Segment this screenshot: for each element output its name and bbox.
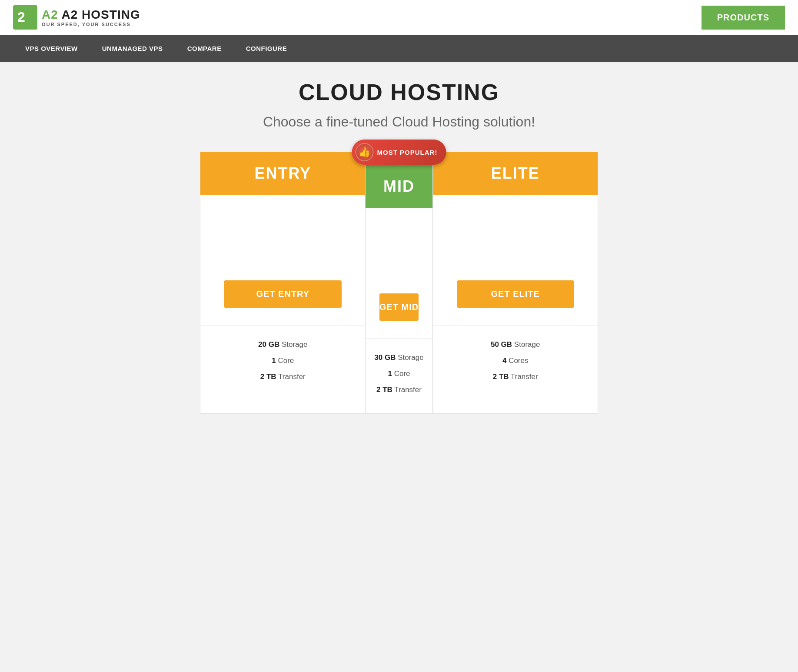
- plan-features-entry: 20 GB Storage 1 Core 2 TB Transfer: [200, 325, 365, 400]
- logo-icon: 2: [13, 5, 37, 30]
- popular-badge-wrapper: 👍 MOST POPULAR!: [352, 140, 446, 165]
- plan-header-entry: ENTRY: [200, 152, 365, 195]
- plan-name-entry: ENTRY: [254, 164, 311, 182]
- svg-rect-0: [13, 5, 37, 30]
- feature-core-elite: 4 Cores: [442, 355, 589, 366]
- logo-text-area: A2 A2 HOSTING OUR SPEED, YOUR SUCCESS: [42, 8, 140, 27]
- plan-card-mid: MID GET MID 30 GB Storage 1 Core 2 TB Tr…: [365, 165, 432, 414]
- plan-mid-wrapper: 👍 MOST POPULAR! MID GET MID 30 GB Storag…: [365, 152, 432, 414]
- logo-brand: A2 A2 HOSTING: [42, 8, 140, 22]
- nav-item-compare[interactable]: COMPARE: [175, 35, 234, 62]
- svg-text:2: 2: [17, 9, 25, 25]
- plan-body-entry: GET ENTRY: [200, 195, 365, 325]
- feature-core-mid: 1 Core: [374, 368, 423, 379]
- nav-item-unmanaged-vps[interactable]: UNMANAGED VPS: [90, 35, 175, 62]
- plan-card-elite: ELITE GET ELITE 50 GB Storage 4 Cores 2 …: [433, 152, 598, 414]
- feature-core-entry: 1 Core: [209, 355, 356, 366]
- feature-transfer-elite: 2 TB Transfer: [442, 371, 589, 383]
- plan-name-mid: MID: [383, 177, 415, 195]
- feature-transfer-entry: 2 TB Transfer: [209, 371, 356, 383]
- page-subtitle: Choose a fine-tuned Cloud Hosting soluti…: [13, 114, 785, 130]
- feature-storage-entry: 20 GB Storage: [209, 339, 356, 350]
- feature-transfer-mid: 2 TB Transfer: [374, 384, 423, 396]
- plan-body-elite: GET ELITE: [433, 195, 598, 325]
- plan-name-elite: ELITE: [491, 164, 540, 182]
- site-header: 2 A2 A2 HOSTING OUR SPEED, YOUR SUCCESS …: [0, 0, 798, 35]
- popular-badge: 👍 MOST POPULAR!: [352, 140, 446, 165]
- main-content: CLOUD HOSTING Choose a fine-tuned Cloud …: [0, 62, 798, 431]
- nav-item-configure[interactable]: CONFIGURE: [234, 35, 299, 62]
- feature-storage-mid: 30 GB Storage: [374, 352, 423, 363]
- logo-tagline: OUR SPEED, YOUR SUCCESS: [42, 22, 140, 27]
- plan-header-elite: ELITE: [433, 152, 598, 195]
- products-button[interactable]: PRODUCTS: [702, 6, 785, 30]
- plan-body-mid: GET MID: [366, 208, 432, 338]
- page-title: CLOUD HOSTING: [13, 79, 785, 105]
- feature-storage-elite: 50 GB Storage: [442, 339, 589, 350]
- plan-features-mid: 30 GB Storage 1 Core 2 TB Transfer: [366, 338, 432, 413]
- get-elite-button[interactable]: GET ELITE: [457, 280, 574, 308]
- get-mid-button[interactable]: GET MID: [379, 293, 419, 321]
- plan-features-elite: 50 GB Storage 4 Cores 2 TB Transfer: [433, 325, 598, 400]
- plan-card-entry: ENTRY GET ENTRY 20 GB Storage 1 Core 2 T…: [200, 152, 365, 414]
- plans-container: ENTRY GET ENTRY 20 GB Storage 1 Core 2 T…: [138, 152, 660, 414]
- logo-area: 2 A2 A2 HOSTING OUR SPEED, YOUR SUCCESS: [13, 5, 140, 30]
- thumbs-up-icon: 👍: [356, 143, 374, 161]
- popular-label: MOST POPULAR!: [377, 149, 438, 156]
- plan-header-mid: MID: [366, 165, 432, 208]
- nav-bar: VPS OVERVIEW UNMANAGED VPS COMPARE CONFI…: [0, 35, 798, 62]
- get-entry-button[interactable]: GET ENTRY: [224, 280, 342, 308]
- nav-item-vps-overview[interactable]: VPS OVERVIEW: [13, 35, 90, 62]
